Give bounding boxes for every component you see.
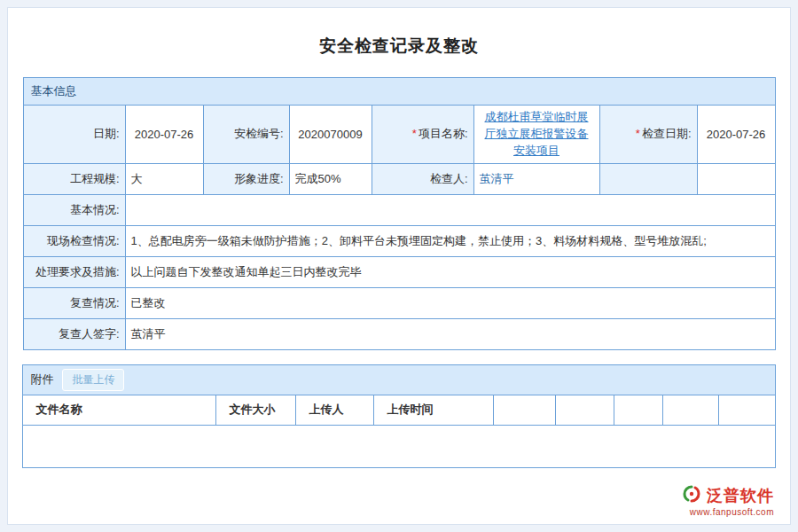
page-title: 安全检查记录及整改 bbox=[8, 8, 790, 77]
brand-footer: 泛普软件 www.fanpusoft.com bbox=[680, 484, 774, 517]
column-header-upload-time: 上传时间 bbox=[374, 395, 494, 425]
attachments-table: 附件 批量上传 文件名称 文件大小 上传人 上传时间 bbox=[22, 364, 775, 468]
table-row: 复查情况: 已整改 bbox=[23, 287, 775, 318]
basic-situation-label: 基本情况: bbox=[23, 194, 125, 225]
attachments-header-row: 附件 批量上传 bbox=[23, 364, 775, 395]
section-header-row: 基本信息 bbox=[23, 78, 775, 106]
column-header-empty bbox=[614, 395, 663, 425]
review-value: 已整改 bbox=[125, 287, 775, 318]
column-header-empty bbox=[494, 395, 556, 425]
project-name-label-text: 项目名称: bbox=[419, 127, 468, 140]
brand-name: 泛普软件 bbox=[707, 485, 774, 506]
attachments-empty-body-row bbox=[23, 425, 775, 467]
column-header-file-name: 文件名称 bbox=[23, 395, 216, 425]
fanpu-logo-icon bbox=[680, 484, 703, 506]
inspection-no-label: 安检编号: bbox=[203, 106, 289, 164]
column-header-empty bbox=[556, 395, 614, 425]
date-value: 2020-07-26 bbox=[125, 106, 203, 164]
scale-value: 大 bbox=[125, 163, 203, 194]
site-check-label: 现场检查情况: bbox=[23, 225, 125, 256]
table-row: 处理要求及措施: 以上问题自下发整改通知单起三日内整改完毕 bbox=[23, 256, 775, 287]
empty-value-cell bbox=[697, 163, 775, 194]
check-date-label-text: 检查日期: bbox=[642, 127, 692, 140]
measures-label: 处理要求及措施: bbox=[23, 256, 125, 287]
date-label: 日期: bbox=[23, 106, 125, 164]
inspection-no-value: 2020070009 bbox=[289, 106, 372, 164]
attachments-empty-body bbox=[23, 425, 775, 467]
table-row: 工程规模: 大 形象进度: 完成50% 检查人: 茧清平 bbox=[23, 163, 775, 194]
required-asterisk: * bbox=[412, 127, 417, 140]
review-sign-label: 复查人签字: bbox=[23, 318, 125, 349]
attachments-section-title: 附件 bbox=[30, 372, 53, 387]
empty-label-cell bbox=[599, 163, 697, 194]
inspector-value: 茧清平 bbox=[480, 172, 514, 185]
column-header-uploader: 上传人 bbox=[296, 395, 374, 425]
basic-info-table: 基本信息 日期: 2020-07-26 安检编号: 2020070009 *项目… bbox=[23, 77, 776, 350]
column-header-file-size: 文件大小 bbox=[216, 395, 296, 425]
review-label: 复查情况: bbox=[23, 287, 125, 318]
attachments-bar: 附件 批量上传 bbox=[23, 364, 775, 395]
project-name-cell: 成都杜甫草堂临时展厅独立展柜报警设备安装项目 bbox=[473, 106, 599, 164]
project-name-link[interactable]: 成都杜甫草堂临时展厅独立展柜报警设备安装项目 bbox=[485, 110, 589, 157]
inspector-label: 检查人: bbox=[372, 163, 473, 194]
scale-label: 工程规模: bbox=[23, 163, 125, 194]
batch-upload-button[interactable]: 批量上传 bbox=[62, 369, 124, 391]
column-header-empty bbox=[719, 395, 775, 425]
check-date-value: 2020-07-26 bbox=[697, 106, 775, 164]
progress-label: 形象进度: bbox=[203, 163, 289, 194]
inspector-value-cell: 茧清平 bbox=[473, 163, 599, 194]
measures-value: 以上问题自下发整改通知单起三日内整改完毕 bbox=[125, 256, 775, 287]
project-name-label: *项目名称: bbox=[372, 106, 473, 164]
brand-website[interactable]: www.fanpusoft.com bbox=[680, 507, 774, 517]
progress-value: 完成50% bbox=[289, 163, 372, 194]
table-row: 复查人签字: 茧清平 bbox=[23, 318, 775, 349]
required-asterisk: * bbox=[636, 127, 640, 140]
table-row: 基本情况: bbox=[23, 194, 775, 225]
site-check-value: 1、总配电房旁一级箱未做防护措施；2、卸料平台未预埋固定构建，禁止使用；3、料场… bbox=[125, 225, 775, 256]
review-sign-value: 茧清平 bbox=[125, 318, 775, 349]
column-header-empty bbox=[663, 395, 719, 425]
table-row: 现场检查情况: 1、总配电房旁一级箱未做防护措施；2、卸料平台未预埋固定构建，禁… bbox=[23, 225, 775, 256]
basic-info-section-title: 基本信息 bbox=[23, 78, 775, 106]
check-date-label: *检查日期: bbox=[599, 106, 697, 164]
table-row: 日期: 2020-07-26 安检编号: 2020070009 *项目名称: 成… bbox=[23, 106, 775, 164]
main-content-panel: 安全检查记录及整改 基本信息 日期: 2020-07-26 安检编号: 2020… bbox=[7, 7, 791, 525]
basic-situation-value bbox=[125, 194, 775, 225]
attachments-column-header-row: 文件名称 文件大小 上传人 上传时间 bbox=[23, 395, 775, 425]
